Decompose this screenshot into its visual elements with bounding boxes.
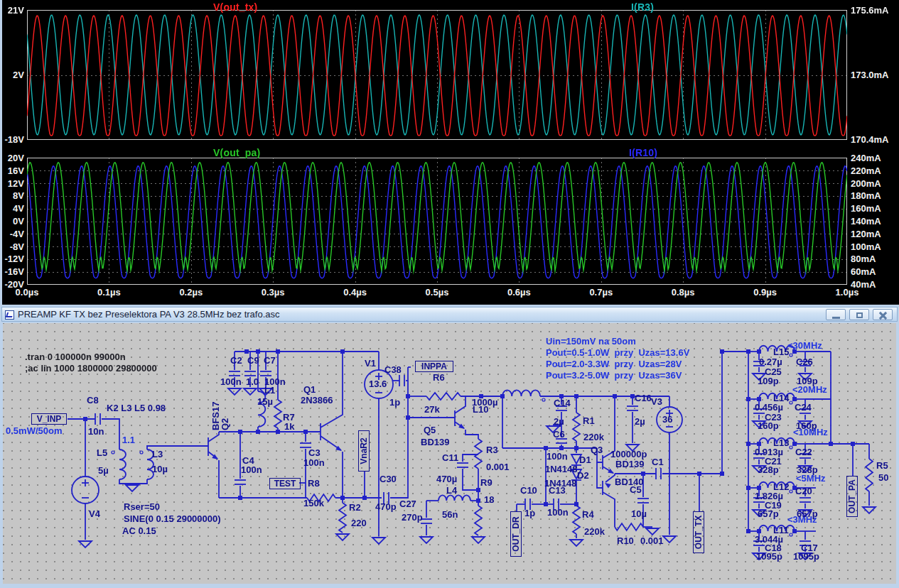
component-label[interactable]: 5µ	[98, 465, 109, 476]
component-label[interactable]: R6	[433, 372, 445, 383]
plot-pane-2[interactable]	[27, 158, 847, 285]
component-label[interactable]: 150k	[303, 498, 324, 508]
component-label[interactable]: 470p	[375, 501, 397, 512]
component-label[interactable]: 470µ	[436, 474, 457, 484]
component-label[interactable]: 36	[662, 414, 672, 425]
component-label[interactable]: 0.001	[640, 535, 664, 546]
schematic-comment[interactable]: <30MHz	[787, 340, 822, 351]
component-label[interactable]: C16	[635, 393, 652, 403]
component-label[interactable]: Q2	[220, 418, 230, 430]
component-label[interactable]: R9	[480, 477, 492, 488]
component-label[interactable]: L10	[473, 404, 488, 415]
component-label[interactable]: 2N3866	[301, 395, 333, 405]
plot-pane-1[interactable]	[27, 10, 847, 140]
component-label[interactable]: R2	[349, 502, 361, 513]
component-label[interactable]: V4	[89, 508, 100, 519]
component-label[interactable]: 56n	[442, 509, 458, 520]
component-label[interactable]: R1	[583, 415, 595, 426]
component-label[interactable]: 160p	[758, 420, 779, 431]
component-label[interactable]: 0.456µ	[755, 402, 783, 413]
component-label[interactable]: 1p	[524, 508, 535, 518]
component-label[interactable]: 100n	[547, 451, 568, 462]
component-label[interactable]: 18	[484, 494, 494, 505]
component-label[interactable]: C8	[87, 395, 99, 405]
component-label[interactable]: 50	[878, 472, 888, 483]
schematic-comment[interactable]: Pout=0.5-1.0W przy Uzas=13.6V	[546, 347, 689, 358]
net-flag-out_dr[interactable]: OUT_DR	[510, 511, 522, 557]
component-label[interactable]: Q1	[303, 384, 316, 395]
spice-directive[interactable]: ;ac lin 1000 1800000 29800000	[25, 363, 157, 374]
net-flag-inppa[interactable]: INPPA	[415, 361, 453, 372]
component-label[interactable]: 100n	[220, 376, 242, 387]
component-label[interactable]: C2	[230, 355, 242, 366]
net-flag-v_inp[interactable]: V_INP	[31, 413, 67, 425]
trace-legend-vout-pa[interactable]: V(out_pa)	[213, 147, 260, 158]
component-label[interactable]: 220k	[583, 432, 604, 442]
schematic-comment[interactable]: 1.1	[122, 435, 135, 445]
component-label[interactable]: 1.0	[246, 376, 259, 387]
net-flag-test[interactable]: TEST	[269, 478, 301, 489]
component-label[interactable]: R8	[308, 478, 320, 489]
component-label[interactable]: L4	[446, 485, 457, 496]
trace-legend-ir10[interactable]: I(R10)	[629, 147, 657, 158]
component-label[interactable]: D1	[579, 454, 591, 465]
component-label[interactable]: C30	[379, 474, 397, 484]
component-label[interactable]: C3	[308, 447, 321, 458]
restore-button[interactable]	[849, 309, 869, 320]
component-label[interactable]: C11	[442, 452, 458, 463]
component-label[interactable]: 100n	[241, 464, 262, 475]
schematic-titlebar[interactable]: PREAMP KF TX bez Preselektora PA V3 28.5…	[1, 307, 898, 322]
component-label[interactable]: 220	[351, 518, 367, 528]
component-label[interactable]: R3	[486, 445, 498, 455]
component-label[interactable]: 100n	[547, 507, 569, 518]
component-label[interactable]: 10n	[88, 426, 104, 437]
component-label[interactable]: C6	[553, 429, 565, 440]
schematic-comment[interactable]: 0.5mW/50om	[6, 425, 62, 436]
schematic-comment[interactable]: Pout=2.0-3.3W przy Uzas=28V	[546, 359, 682, 369]
net-flag-out_tx[interactable]: OUT_TX	[693, 511, 704, 553]
component-label[interactable]: 160p	[796, 420, 817, 431]
component-label[interactable]: 657p	[758, 508, 779, 519]
component-label[interactable]: 1095p	[793, 551, 819, 562]
component-label[interactable]: C1	[652, 457, 664, 467]
component-label[interactable]: 100n	[303, 457, 325, 468]
component-label[interactable]: 2µ	[635, 416, 645, 427]
component-label[interactable]: 1N4148	[545, 464, 578, 474]
component-label[interactable]: 1k	[284, 421, 294, 432]
component-label[interactable]: 109p	[797, 376, 818, 386]
component-label[interactable]: 270p	[402, 512, 423, 523]
component-label[interactable]: 0.27µ	[759, 356, 782, 367]
component-label[interactable]: 10µ	[631, 508, 647, 519]
component-label[interactable]: 657p	[797, 508, 818, 519]
component-label[interactable]: V3	[651, 396, 662, 407]
component-label[interactable]: AC 0.15	[122, 526, 156, 536]
component-label[interactable]: C10	[520, 485, 537, 496]
component-label[interactable]: C27	[399, 499, 416, 509]
component-label[interactable]: R5	[876, 460, 888, 471]
component-label[interactable]: SINE(0 0.15 29000000)	[124, 513, 221, 524]
component-label[interactable]: Q3	[591, 445, 603, 455]
component-label[interactable]: C5	[630, 484, 642, 495]
close-button[interactable]	[873, 309, 893, 320]
component-label[interactable]: C9	[247, 355, 259, 366]
component-label[interactable]: 0.001	[486, 462, 510, 472]
spice-directive[interactable]: .tran 0 100000n 99000n	[25, 352, 126, 362]
component-label[interactable]: 328p	[797, 464, 818, 475]
component-label[interactable]: C24	[795, 402, 812, 413]
component-label[interactable]: R4	[582, 509, 594, 520]
component-label[interactable]: C38	[384, 364, 402, 375]
component-label[interactable]: C26	[796, 356, 813, 367]
component-label[interactable]: 328p	[758, 464, 779, 475]
component-label[interactable]: Q5	[424, 425, 436, 435]
component-label[interactable]: 1095p	[756, 551, 782, 562]
component-label[interactable]: L1	[264, 385, 275, 396]
component-label[interactable]: R10	[617, 535, 634, 546]
trace-legend-vout-tx[interactable]: V(out_tx)	[213, 1, 257, 13]
component-label[interactable]: C20	[795, 486, 812, 496]
component-label[interactable]: C14	[554, 398, 571, 408]
component-label[interactable]: 10µ	[152, 464, 168, 474]
component-label[interactable]: C22	[795, 447, 812, 457]
component-label[interactable]: D2	[577, 470, 589, 481]
component-label[interactable]: BD139	[421, 437, 449, 447]
component-label[interactable]: 1p	[389, 397, 400, 408]
